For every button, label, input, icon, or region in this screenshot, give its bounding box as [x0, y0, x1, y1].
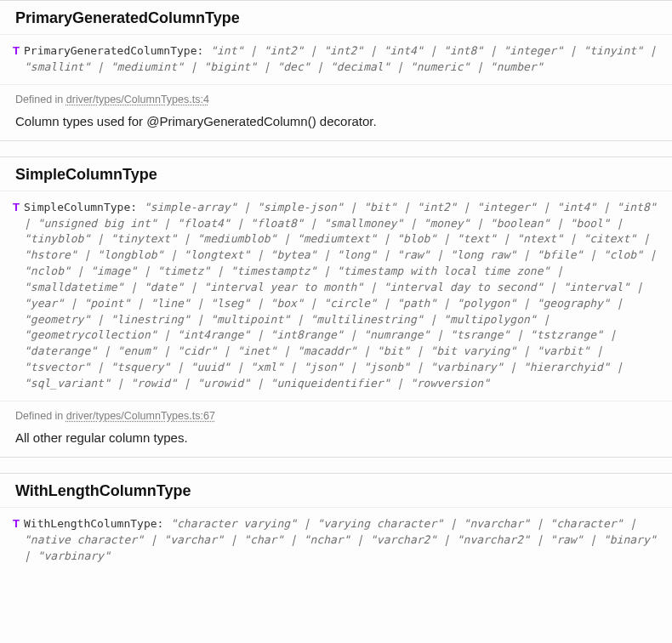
section-header: WithLengthColumnType	[0, 474, 672, 507]
type-kind-icon: T	[10, 516, 22, 532]
type-section-simple: SimpleColumnType T SimpleColumnType: "si…	[0, 156, 672, 458]
defined-in-link[interactable]: driver/types/ColumnTypes.ts:67	[66, 410, 215, 422]
section-title: SimpleColumnType	[15, 166, 657, 184]
section-header: PrimaryGeneratedColumnType	[0, 1, 672, 34]
defined-in-row: Defined in driver/types/ColumnTypes.ts:6…	[0, 401, 672, 425]
section-title: WithLengthColumnType	[15, 482, 657, 500]
type-signature: T PrimaryGeneratedColumnType: "int" | "i…	[0, 34, 672, 85]
defined-in-row: Defined in driver/types/ColumnTypes.ts:4	[0, 85, 672, 109]
type-section-withlength: WithLengthColumnType T WithLengthColumnT…	[0, 473, 672, 573]
signature-name: PrimaryGeneratedColumnType	[24, 44, 197, 57]
type-section-primary: PrimaryGeneratedColumnType T PrimaryGene…	[0, 0, 672, 141]
defined-in-label: Defined in	[15, 94, 66, 105]
signature-name: WithLengthColumnType	[24, 517, 157, 530]
defined-in-label: Defined in	[15, 410, 66, 422]
type-kind-icon: T	[10, 200, 22, 216]
section-title: PrimaryGeneratedColumnType	[15, 9, 657, 27]
signature-name: SimpleColumnType	[24, 201, 130, 213]
type-description: Column types used for @PrimaryGeneratedC…	[0, 109, 672, 140]
section-header: SimpleColumnType	[0, 157, 672, 191]
type-description: All other regular column types.	[0, 425, 672, 457]
type-signature: T WithLengthColumnType: "character varyi…	[0, 507, 672, 573]
defined-in-link[interactable]: driver/types/ColumnTypes.ts:4	[66, 94, 209, 105]
type-kind-icon: T	[10, 43, 22, 60]
type-signature: T SimpleColumnType: "simple-array" | "si…	[0, 191, 672, 401]
signature-types: "simple-array" | "simple-json" | "bit" |…	[24, 201, 657, 390]
